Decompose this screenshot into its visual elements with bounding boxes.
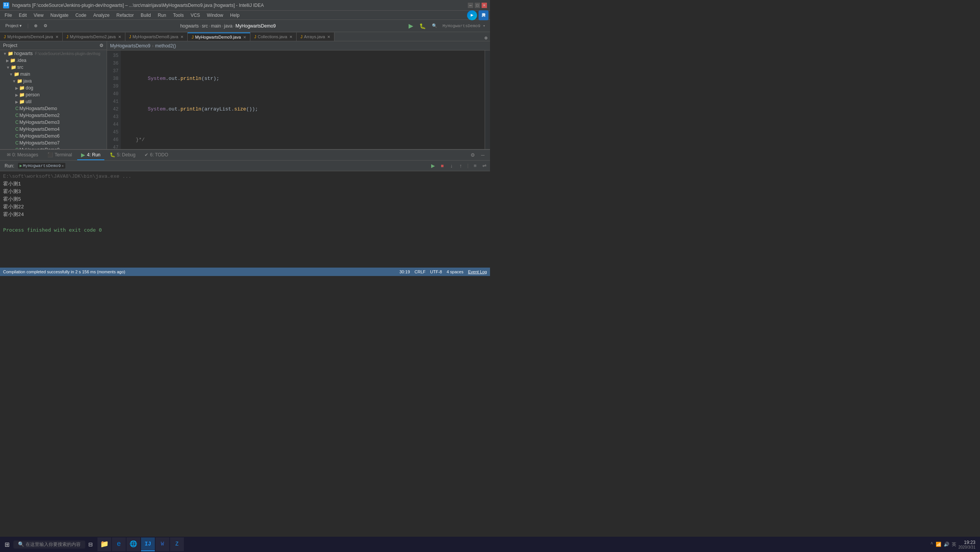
title-left: IJ hogwarts [F:\codeSource\Jenkins-plugi… [3,2,264,8]
breadcrumb-src[interactable]: src [202,23,208,29]
breadcrumb-bar: MyHogwartsDemo9 › method2() [107,41,490,50]
breadcrumb-main[interactable]: main [211,23,221,29]
menu-build[interactable]: Build [138,12,154,19]
tab-demo9[interactable]: J MyHogwartsDemo9.java ✕ [188,32,250,41]
folder-icon-src: 📁 [11,65,16,70]
line-38: 38 [107,75,121,83]
tab-demo8[interactable]: J MyHogwartsDemo8.java ✕ [125,32,188,41]
menu-view[interactable]: View [31,12,47,19]
tree-item-util[interactable]: ▶ 📁 util [0,98,107,105]
menu-refactor[interactable]: Refactor [114,12,137,19]
menu-edit[interactable]: Edit [16,12,30,19]
tree-label-demo8: MyHogwartsDemo8 [19,147,60,149]
tab-run[interactable]: ▶ 4: Run [77,150,104,160]
tree-item-demo7[interactable]: C MyHogwartsDemo7 [0,140,107,146]
bottom-panel: ✉ 0: Messages ⬛ Terminal ▶ 4: Run 🐛 5: D… [0,149,490,268]
run-tab-icon: ▶ [19,163,22,168]
event-log[interactable]: Event Log [468,270,487,274]
output-line-5: 霍小测24 [3,211,487,219]
code-line-37: }*/ [124,136,485,144]
menu-analyze[interactable]: Analyze [90,12,113,19]
tab-close-arrays[interactable]: ✕ [327,35,330,39]
folder-icon-java: 📁 [17,78,23,84]
run-restart-btn[interactable]: ▶ [429,162,437,170]
tab-messages[interactable]: ✉ 0: Messages [3,150,42,160]
tree-item-main[interactable]: ▼ 📁 main [0,71,107,78]
tree-item-hogwarts[interactable]: ▼ 📁 hogwarts F:\codeSource\Jenkins-plugi… [0,50,107,57]
code-editor[interactable]: 35 36 37 38 39 40 41 42 43 44 45 46 47 4… [107,50,490,149]
tab-demo2[interactable]: J MyHogwartsDemo2.java ✕ [63,32,125,41]
tab-close-demo4[interactable]: ✕ [55,35,58,39]
project-toolbar-btn[interactable]: Project ▾ [3,23,24,29]
tree-label-demo7: MyHogwartsDemo7 [19,140,60,146]
minimize-button[interactable]: ─ [468,3,473,8]
sidebar: Project ⚙ ▼ 📁 hogwarts F:\codeSource\Jen… [0,41,107,149]
tab-collections[interactable]: J Collections.java ✕ [250,32,297,41]
maximize-button[interactable]: □ [475,3,480,8]
tree-item-demo8[interactable]: C MyHogwartsDemo8 [0,146,107,149]
run-filter-btn[interactable]: ≡ [471,162,479,170]
tree-item-java[interactable]: ▼ 📁 java [0,78,107,84]
tab-close-demo8[interactable]: ✕ [180,35,183,39]
tree-item-demo6[interactable]: C MyHogwartsDemo6 [0,133,107,140]
status-bar: Compilation completed successfully in 2 … [0,268,490,276]
sidebar-settings[interactable]: ⚙ [99,43,104,48]
line-47: 47 [107,144,121,149]
tab-todo[interactable]: ✔ 6: TODO [141,150,172,160]
tree-item-demo[interactable]: C MyHogwartsDemo [0,105,107,112]
breadcrumb-method[interactable]: method2() [155,43,176,49]
tree-label-dog: dog [26,85,33,91]
menu-window[interactable]: Window [204,12,226,19]
expand-arrow-util: ▶ [15,100,18,104]
close-button[interactable]: ✕ [482,3,487,8]
bottom-settings-btn[interactable]: ⚙ [469,151,477,159]
tree-item-demo4[interactable]: C MyHogwartsDemo4 [0,126,107,133]
run-scroll-btn[interactable]: ↓ [447,162,456,170]
tree-item-demo3[interactable]: C MyHogwartsDemo3 [0,119,107,126]
breadcrumb-java[interactable]: java [224,23,232,29]
menu-help[interactable]: Help [227,12,243,19]
toolbar-settings-btn[interactable]: ⚙ [41,23,50,29]
run-wrap-btn[interactable]: ⇌ [480,162,488,170]
breadcrumb-class[interactable]: MyHogwartsDemo9 [110,43,150,49]
toolbar-run-btn[interactable]: ▶ [406,21,415,30]
output-line-2: 霍小测3 [3,188,487,196]
menu-navigate[interactable]: Navigate [47,12,71,19]
run-scroll-up-btn[interactable]: ↑ [456,162,465,170]
tree-item-person[interactable]: ▶ 📁 person [0,91,107,98]
tree-item-src[interactable]: ▼ 📁 src [0,64,107,71]
menu-file[interactable]: File [2,12,15,19]
bottom-minimize-btn[interactable]: ─ [479,151,487,159]
tree-item-dog[interactable]: ▶ 📁 dog [0,84,107,91]
toolbar-add-btn[interactable]: ⊕ [32,23,40,29]
code-line-35: System.out.println(str); [124,75,485,83]
toolbar-debug-btn[interactable]: 🐛 [417,22,428,30]
window-controls[interactable]: ─ □ ✕ [468,3,487,8]
tab-close-collections[interactable]: ✕ [289,35,292,39]
toolbar-search-btn[interactable]: 🔍 [430,23,440,29]
menu-code[interactable]: Code [72,12,89,19]
project-icon: 📁 [8,51,13,56]
breadcrumb-hogwarts[interactable]: hogwarts [180,23,199,29]
breadcrumb-file[interactable]: MyHogwartsDemo9 [235,23,276,29]
tree-item-demo2[interactable]: C MyHogwartsDemo2 [0,112,107,119]
menu-tools[interactable]: Tools [170,12,187,19]
tab-arrays[interactable]: J Arrays.java ✕ [297,32,334,41]
run-stop-btn[interactable]: ■ [438,162,446,170]
tab-debug[interactable]: 🐛 5: Debug [106,150,140,160]
tencent-play-btn[interactable]: ▶ [467,10,477,20]
menu-run[interactable]: Run [155,12,169,19]
tree-label-demo6: MyHogwartsDemo6 [19,133,60,139]
tab-close-demo2[interactable]: ✕ [118,35,121,39]
code-content[interactable]: System.out.println(str); System.out.prin… [121,50,485,149]
cursor-position: 30:19 [399,270,410,274]
sidebar-title: Project [3,43,17,48]
tab-terminal[interactable]: ⬛ Terminal [44,150,76,160]
tree-item-idea[interactable]: ▶ 📁 .idea [0,57,107,64]
tab-settings-btn[interactable]: ⚙ [482,35,490,41]
code-line-36: System.out.println(arrayList.size()); [124,106,485,113]
menu-vcs[interactable]: VCS [188,12,203,19]
tab-demo4[interactable]: J MyHogwartsDemo4.java ✕ [0,32,63,41]
run-tab-close[interactable]: ✕ [62,164,64,168]
tab-close-demo9[interactable]: ✕ [243,35,246,39]
